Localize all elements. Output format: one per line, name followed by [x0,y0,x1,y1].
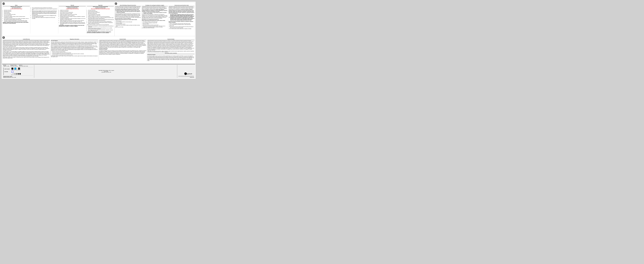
cmyk-50-box [16,73,18,75]
die-lines-label: DIE LINES [4,71,11,72]
section-10-number: 10 [2,36,5,39]
safety-item-es2-1: Utilice únicamente adaptadores o accesor… [88,26,114,27]
battery-header-en: End-of-life Battery Disposal Instruction… [115,5,141,6]
info-reg-fr-title: Informations réglementaires [99,48,146,49]
safety-item-fr-3: Tenez compte de tous les avertissements. [60,12,86,13]
section-10-panel: 10 Limited Warranty Logitech® warrants t… [2,36,195,64]
cmyk-5: 5 [13,73,14,75]
regulatory-text-en: This Class II digital apparatus complies… [51,42,98,45]
safety-item-en2-1: Only use attachments/accessories specifi… [32,7,58,8]
safety-item-en-8: Do not install near any heat sources suc… [4,18,30,20]
bottom-row: 10 Limited Warranty Logitech® warrants t… [2,36,195,64]
color-spec-vertical-label: COLOR SPECIFICATION [3,68,4,75]
color-spec-section: COLOR SPECIFICATION SPOT COLORS Black [3,67,33,75]
spot-colors-row: SPOT COLORS Black Process Cyan [4,68,21,70]
mod-date: May 23, 2008 [12,77,16,78]
safety-header-fr: Sécurité [59,5,86,6]
barcode-display: ||||||||||||||||||| [178,76,194,77]
regulatory-note: NOTE: This equipment has been tested and… [51,45,98,51]
safety-item-es-8: No introduzca objetos en las ranuras u o… [88,17,114,19]
garantie-header-fr: Garantie limitée [99,39,146,40]
fcc-measure-2: Increase the separation between the equi… [52,52,98,53]
safety-item-es-9: El dispositivo debe desconectarse de la … [88,19,114,21]
step-2: Use a #2 Philips screwdriver to remove b… [116,22,141,23]
safety-list-es: Lea estas instrucciones. Conserve estas … [87,10,114,24]
warranty-text-en-3: Limitation of liability: in no event wil… [3,51,50,57]
cmyk-75-num: 75 [18,75,18,75]
step-es-2: Con un destornillador de estrella del nú… [170,24,194,25]
swatch-black-label: Black [12,70,13,70]
headphones-removal-steps: Remove ear cup. Use a #2 Philips screwdr… [115,21,141,27]
battery-recycling-title-es: Extracción de la pila del adaptador inal… [169,21,194,23]
safety-item-en-1: Read these instructions. [4,10,30,11]
declaracion-text-es: Este dispositivo digital de clase II se … [147,56,194,61]
battery-caution-text-en: Caution: The battery used in this device… [116,11,141,13]
battery-headphones-removal: Headphones Battery Removal (Destruction … [115,19,141,28]
fcc-measures-list: Reorient or relocate the receiving anten… [51,51,98,55]
barcode-number: 920826-0003 [178,77,194,78]
footer-bar: BRAND: Logitech 1.2005 PROJECT TITLE: Fr… [2,64,195,78]
models-vary-note-fr: Les modèles peuvent différer de l'illust… [142,28,168,28]
cmyk-95-num: 95 [20,75,20,75]
safety-item-en-9: The power cord plug from being walked on… [4,20,30,22]
safety-subtitle-fr1: CONSIGNES DE SÉCURITÉ IMPORTANTES [59,7,86,7]
section-8-panel: 8 Safety IMPORTANT SAFETY INSTRUCTIONS S… [2,2,114,36]
footer-brand-info: BRAND: Logitech 1.2005 PROJECT TITLE: Fr… [3,65,33,66]
safety-list-en2: Only use attachments/accessories specifi… [31,7,58,19]
section-9-content: End-of-life Battery Disposal Instruction… [115,5,194,29]
project-value: FreeRoam Wireless [10,66,18,66]
info-reg-fr-text: Cet appareil numérique de classe II est … [99,50,146,55]
safety-item-es-4: Siga todas las instrucciones. [88,13,114,14]
safety-list-es2: Utilice únicamente adaptadores o accesor… [87,26,114,31]
section-8-content: Safety IMPORTANT SAFETY INSTRUCTIONS SAV… [3,5,114,34]
footer-brand-item: BRAND: Logitech 1.2005 [3,65,9,66]
warranty-header-en: Limited Warranty [3,39,50,40]
safety-caution-es: PRECAUCIÓN SOBRE RIESGO DE DESCARGAS ELÉ… [87,9,114,10]
garantia-header-es: Garantía limitada [147,39,194,40]
battery-text-fr-1: Le dispositif fonctionne une pile au lit… [142,7,168,12]
fcc-measure-3: Connect the equipment into an outlet on … [52,53,98,54]
headphones-removal-title: Headphones Battery Removal (Destruction … [115,19,141,20]
logitech-logo: L ogitech [184,72,194,76]
cmyk-25-num: 25 [15,75,15,75]
safety-item-es-2: Conserve estas instrucciones. [88,11,114,12]
battery-caution-icon-fr: ⚠ Précaution: La pile contenant un risqu… [142,12,168,14]
step-es-3: Retire la pila. [170,25,194,26]
warning-triangle-icon: ⚠ [115,11,116,13]
safety-col-spanish: Seguridad INSTRUCCIONES DE SEGURIDAD IMP… [87,5,114,34]
details-value: RAIN Quick-Start Guide [19,66,28,66]
safety-item-fr-7: Ne bloquez pas les évents de ventilation… [60,16,86,18]
color-spec-rows: SPOT COLORS Black Process Cyan [4,68,21,75]
safety-item-es2-2: Desenchufe este dispositivo durante torm… [88,28,114,29]
safety-subtitle-es2: GUARDE ESTAS INSTRUCCIONES [87,8,114,9]
battery-recycling-title-fr: Informations sur le recyclage des piles … [142,19,168,20]
cmyk-scale-row: A B 5 25 [4,73,21,75]
swatch-cyan-box [14,68,16,70]
safety-item-fr-1: Veuillez lire ces instructions. [60,10,86,11]
safety-col-english: Safety IMPORTANT SAFETY INSTRUCTIONS SAV… [3,5,30,34]
barcode-area: ||||||||||||||||||| 920826-0003 [178,76,194,78]
spot-swatches: Black Process Cyan [12,68,20,70]
safety-subtitle-en2: SAVE THESE INSTRUCTIONS [3,8,30,9]
location-info: Location: Vancouver, WA [102,72,111,73]
safety-item-es-3: Haga caso de todas las advertencias. [88,12,114,13]
content-area: 8 Safety IMPORTANT SAFETY INSTRUCTIONS S… [2,2,196,79]
safety-item-es-5: No use este dispositivo cerca del agua. [88,14,114,15]
battery-caution-icon-en: ⚠ Caution: The battery used in this devi… [115,11,141,13]
swatch-registration-label: Registration [18,70,20,70]
step-es-4: No la tire en los cubos de reciclaje con… [170,26,194,28]
location-label: Location: [102,72,106,73]
cmyk-b-label: B [12,74,12,75]
safety-warning-en: WARNING: TO REDUCE THE RISK OF FIRE OR E… [3,22,30,24]
section-8-number: 8 [2,3,5,5]
safety-col-french: Sécurité CONSIGNES DE SÉCURITÉ IMPORTANT… [59,5,86,34]
safety-item-es-10: No coloque ni utilice fuente eléctrica c… [88,21,114,22]
die-lines-row: DIE LINES [4,71,21,73]
info-norm-header-es: Información sobre normativas [147,53,194,54]
garantie-col-french: Garantie limitée Logitech® certifie que … [99,39,147,61]
battery-header-fr: Consignes de recyclage des batteries usa… [142,5,168,6]
safety-item-en2-3: Refer all servicing to qualified service… [32,11,58,15]
safety-warning-es: ADVERTENCIA: PARA REDUCIR EL RIESGO DE I… [87,32,114,33]
garantia-text-es: Logitech® garantiza la ausencia de anoma… [147,40,194,51]
safety-item-fr-2: Conservez ces instructions. [60,11,86,12]
